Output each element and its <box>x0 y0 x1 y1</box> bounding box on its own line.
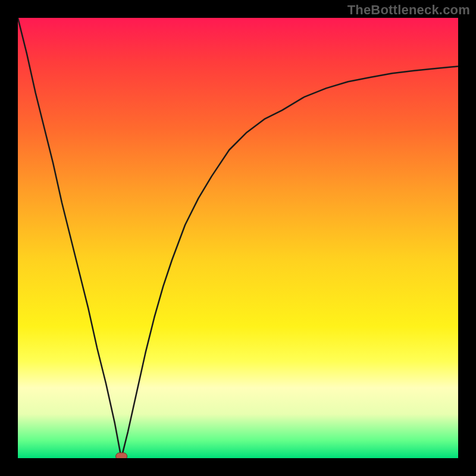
watermark-text: TheBottleneck.com <box>347 2 470 18</box>
plot-area <box>18 18 458 458</box>
chart-line <box>18 18 458 458</box>
chart-frame: TheBottleneck.com <box>0 0 476 476</box>
bottleneck-curve-path <box>18 18 458 458</box>
optimum-marker <box>115 452 127 458</box>
